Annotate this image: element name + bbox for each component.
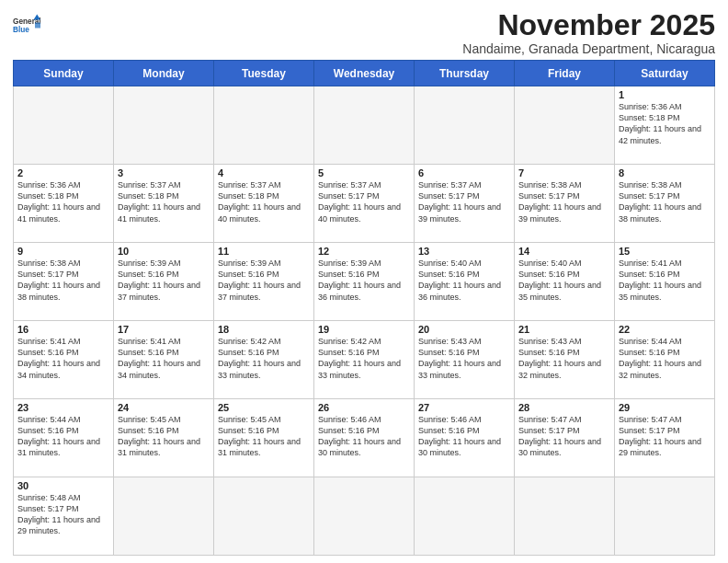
calendar-cell: 28Sunrise: 5:47 AM Sunset: 5:17 PM Dayli… [515, 399, 615, 477]
header: General Blue November 2025 Nandaime, Gra… [13, 9, 715, 56]
calendar-cell: 26Sunrise: 5:46 AM Sunset: 5:16 PM Dayli… [314, 399, 415, 477]
calendar-cell: 16Sunrise: 5:41 AM Sunset: 5:16 PM Dayli… [14, 321, 114, 399]
day-number: 13 [418, 246, 510, 257]
day-info: Sunrise: 5:42 AM Sunset: 5:16 PM Dayligh… [218, 336, 310, 381]
calendar-header-wednesday: Wednesday [314, 61, 415, 86]
day-number: 1 [619, 89, 711, 100]
calendar-cell: 17Sunrise: 5:41 AM Sunset: 5:16 PM Dayli… [114, 321, 214, 399]
calendar-cell: 6Sunrise: 5:37 AM Sunset: 5:17 PM Daylig… [415, 165, 515, 243]
calendar-header-friday: Friday [515, 61, 615, 86]
calendar-cell [415, 86, 515, 165]
day-number: 11 [218, 246, 310, 257]
calendar-cell [615, 477, 715, 556]
calendar-cell: 4Sunrise: 5:37 AM Sunset: 5:18 PM Daylig… [214, 165, 314, 243]
day-info: Sunrise: 5:41 AM Sunset: 5:16 PM Dayligh… [17, 336, 109, 381]
day-info: Sunrise: 5:40 AM Sunset: 5:16 PM Dayligh… [418, 258, 510, 303]
day-number: 28 [518, 402, 610, 413]
day-info: Sunrise: 5:45 AM Sunset: 5:16 PM Dayligh… [118, 414, 210, 459]
day-info: Sunrise: 5:36 AM Sunset: 5:18 PM Dayligh… [619, 101, 711, 146]
calendar-cell: 30Sunrise: 5:48 AM Sunset: 5:17 PM Dayli… [14, 477, 114, 556]
day-info: Sunrise: 5:47 AM Sunset: 5:17 PM Dayligh… [518, 414, 610, 459]
calendar-cell [214, 86, 314, 165]
calendar-cell: 14Sunrise: 5:40 AM Sunset: 5:16 PM Dayli… [515, 243, 615, 321]
calendar-week-row: 30Sunrise: 5:48 AM Sunset: 5:17 PM Dayli… [14, 477, 715, 556]
calendar-header-sunday: Sunday [14, 61, 114, 86]
day-number: 10 [118, 246, 210, 257]
calendar-cell [114, 477, 214, 556]
day-info: Sunrise: 5:43 AM Sunset: 5:16 PM Dayligh… [418, 336, 510, 381]
calendar-cell: 1Sunrise: 5:36 AM Sunset: 5:18 PM Daylig… [615, 86, 715, 165]
day-number: 23 [17, 402, 109, 413]
calendar-header-thursday: Thursday [415, 61, 515, 86]
calendar-week-row: 23Sunrise: 5:44 AM Sunset: 5:16 PM Dayli… [14, 399, 715, 477]
day-number: 26 [318, 402, 410, 413]
day-info: Sunrise: 5:37 AM Sunset: 5:18 PM Dayligh… [218, 179, 310, 224]
day-info: Sunrise: 5:38 AM Sunset: 5:17 PM Dayligh… [619, 179, 711, 224]
day-number: 21 [518, 324, 610, 335]
calendar-cell: 11Sunrise: 5:39 AM Sunset: 5:16 PM Dayli… [214, 243, 314, 321]
calendar-cell: 12Sunrise: 5:39 AM Sunset: 5:16 PM Dayli… [314, 243, 415, 321]
calendar-table: SundayMondayTuesdayWednesdayThursdayFrid… [13, 60, 715, 556]
calendar-cell: 27Sunrise: 5:46 AM Sunset: 5:16 PM Dayli… [415, 399, 515, 477]
day-info: Sunrise: 5:36 AM Sunset: 5:18 PM Dayligh… [17, 179, 109, 224]
calendar-cell: 18Sunrise: 5:42 AM Sunset: 5:16 PM Dayli… [214, 321, 314, 399]
calendar-cell [314, 86, 415, 165]
day-number: 15 [619, 246, 711, 257]
day-number: 20 [418, 324, 510, 335]
calendar-header-monday: Monday [114, 61, 214, 86]
calendar-cell: 23Sunrise: 5:44 AM Sunset: 5:16 PM Dayli… [14, 399, 114, 477]
day-info: Sunrise: 5:44 AM Sunset: 5:16 PM Dayligh… [619, 336, 711, 381]
day-number: 24 [118, 402, 210, 413]
calendar-cell [515, 477, 615, 556]
day-number: 12 [318, 246, 410, 257]
calendar-cell: 3Sunrise: 5:37 AM Sunset: 5:18 PM Daylig… [114, 165, 214, 243]
day-info: Sunrise: 5:43 AM Sunset: 5:16 PM Dayligh… [518, 336, 610, 381]
day-info: Sunrise: 5:38 AM Sunset: 5:17 PM Dayligh… [17, 258, 109, 303]
calendar-cell [14, 86, 114, 165]
calendar-header-saturday: Saturday [615, 61, 715, 86]
day-number: 17 [118, 324, 210, 335]
day-number: 6 [418, 167, 510, 178]
day-info: Sunrise: 5:39 AM Sunset: 5:16 PM Dayligh… [218, 258, 310, 303]
day-info: Sunrise: 5:48 AM Sunset: 5:17 PM Dayligh… [17, 492, 109, 537]
day-number: 16 [17, 324, 109, 335]
calendar-week-row: 9Sunrise: 5:38 AM Sunset: 5:17 PM Daylig… [14, 243, 715, 321]
day-info: Sunrise: 5:41 AM Sunset: 5:16 PM Dayligh… [118, 336, 210, 381]
svg-text:Blue: Blue [13, 26, 29, 34]
day-info: Sunrise: 5:37 AM Sunset: 5:17 PM Dayligh… [318, 179, 410, 224]
general-blue-logo: General Blue [13, 13, 40, 40]
calendar-cell: 7Sunrise: 5:38 AM Sunset: 5:17 PM Daylig… [515, 165, 615, 243]
day-number: 9 [17, 246, 109, 257]
day-info: Sunrise: 5:39 AM Sunset: 5:16 PM Dayligh… [318, 258, 410, 303]
calendar-cell: 5Sunrise: 5:37 AM Sunset: 5:17 PM Daylig… [314, 165, 415, 243]
day-number: 8 [619, 167, 711, 178]
day-number: 19 [318, 324, 410, 335]
day-info: Sunrise: 5:47 AM Sunset: 5:17 PM Dayligh… [619, 414, 711, 459]
day-number: 25 [218, 402, 310, 413]
day-number: 5 [318, 167, 410, 178]
day-info: Sunrise: 5:45 AM Sunset: 5:16 PM Dayligh… [218, 414, 310, 459]
day-info: Sunrise: 5:37 AM Sunset: 5:18 PM Dayligh… [118, 179, 210, 224]
day-info: Sunrise: 5:39 AM Sunset: 5:16 PM Dayligh… [118, 258, 210, 303]
day-info: Sunrise: 5:40 AM Sunset: 5:16 PM Dayligh… [518, 258, 610, 303]
calendar-cell [515, 86, 615, 165]
day-number: 30 [17, 480, 109, 491]
day-info: Sunrise: 5:41 AM Sunset: 5:16 PM Dayligh… [619, 258, 711, 303]
calendar-cell: 22Sunrise: 5:44 AM Sunset: 5:16 PM Dayli… [615, 321, 715, 399]
day-number: 18 [218, 324, 310, 335]
day-info: Sunrise: 5:46 AM Sunset: 5:16 PM Dayligh… [318, 414, 410, 459]
calendar-week-row: 16Sunrise: 5:41 AM Sunset: 5:16 PM Dayli… [14, 321, 715, 399]
day-number: 29 [619, 402, 711, 413]
calendar-cell [314, 477, 415, 556]
calendar-cell [415, 477, 515, 556]
day-info: Sunrise: 5:42 AM Sunset: 5:16 PM Dayligh… [318, 336, 410, 381]
calendar-cell: 2Sunrise: 5:36 AM Sunset: 5:18 PM Daylig… [14, 165, 114, 243]
page: General Blue November 2025 Nandaime, Gra… [0, 0, 728, 563]
calendar-cell: 10Sunrise: 5:39 AM Sunset: 5:16 PM Dayli… [114, 243, 214, 321]
day-number: 3 [118, 167, 210, 178]
calendar-header-row: SundayMondayTuesdayWednesdayThursdayFrid… [14, 61, 715, 86]
calendar-cell: 19Sunrise: 5:42 AM Sunset: 5:16 PM Dayli… [314, 321, 415, 399]
day-number: 7 [518, 167, 610, 178]
calendar-cell: 8Sunrise: 5:38 AM Sunset: 5:17 PM Daylig… [615, 165, 715, 243]
calendar-cell: 13Sunrise: 5:40 AM Sunset: 5:16 PM Dayli… [415, 243, 515, 321]
